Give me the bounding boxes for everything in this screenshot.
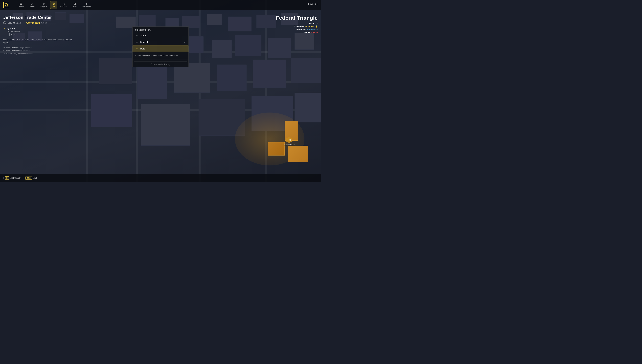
nav-label-shd: SHD [73, 6, 76, 8]
main-mission-marker[interactable]: Main Mission [284, 137, 294, 146]
difficulty-list: ≋ Story ≋ Normal ✓ ≋ Hard [132, 32, 188, 52]
mission-subtitle: SHD Mission — Completed 0.4 km [3, 21, 76, 24]
story-diff-name: Story [140, 34, 186, 37]
building [217, 64, 246, 91]
nav-item-matchmake[interactable]: ⊕ Matchmake [80, 1, 93, 9]
normal-check-icon: ✓ [184, 40, 186, 44]
faction-icon: ✦ [3, 27, 5, 30]
drop-icon-1: | [7, 33, 10, 36]
player-level: Level 14 [308, 3, 318, 5]
modifier-row-2: ⊙ Small Enemy Armor Increase [3, 50, 76, 52]
difficulty-panel: Select Difficulty ≋ Story ≋ Normal ✓ ≋ H… [132, 26, 189, 67]
bounties-icon: ◎ [63, 2, 65, 5]
faction-drops: | ◆ ⊕ [7, 33, 76, 36]
nav-item-legend[interactable]: ☰ Legend [16, 1, 26, 9]
hard-diff-name: Hard [140, 47, 186, 50]
nav-label-matchmake: Matchmake [82, 6, 91, 8]
faction-name: Hyenas [6, 27, 15, 30]
nav-label-legend: Legend [18, 6, 24, 8]
current-mode-label: Current Mode : Replay [150, 63, 170, 66]
drop-icon-3: ⊕ [14, 33, 16, 36]
building [174, 63, 210, 93]
shd-nav-icon: ⊞ [74, 2, 76, 5]
modifier-label-3: Small Enemy Veterancy Increase [6, 52, 33, 54]
mission-type-label: SHD Mission [8, 22, 21, 24]
bottom-action-bar: | ⊡ Set Difficulty | ESC Back [0, 174, 321, 182]
modifier-label-2: Small Enemy Armor Increase [6, 50, 30, 52]
mission-hex-icon [286, 137, 292, 143]
modifier-label-1: Small Enemy Damage Increase [6, 47, 32, 49]
drop-icon-2: ◆ [10, 33, 13, 36]
mission-status-label: Completed [26, 21, 40, 24]
story-diff-icon: ≋ [135, 34, 139, 37]
normal-diff-name: Normal [140, 41, 184, 44]
nav-item-conflict[interactable]: ⚔ Conflict [27, 1, 38, 9]
modifier-icon-1: ✦ [3, 46, 5, 49]
matchmake-icon: ⊕ [86, 2, 88, 5]
nav-items: ☰ Legend ⚔ Conflict ◈ Projects ◉ All ◎ B… [16, 1, 94, 9]
building [235, 35, 262, 56]
projects-icon: ◈ [43, 2, 45, 5]
faction-row: ✦ Hyenas [3, 27, 76, 30]
area-status: Status: Hostile [262, 31, 318, 34]
nav-label-all: All [53, 6, 55, 8]
difficulty-description: A harder difficulty against more veteran… [132, 52, 188, 60]
set-difficulty-label: Set Difficulty [10, 177, 21, 179]
faction-desc: Drops materials [7, 30, 76, 32]
difficulty-option-normal[interactable]: ≋ Normal ✓ [132, 39, 188, 46]
nav-item-all[interactable]: ◉ All [50, 1, 58, 9]
difficulty-option-story[interactable]: ≋ Story [132, 32, 188, 39]
svg-marker-2 [4, 22, 6, 24]
area-name: Federal Triangle [262, 15, 318, 21]
level-label: Level: [309, 22, 315, 25]
status-value: Hostile [311, 31, 318, 34]
nav-label-projects: Projects [40, 6, 47, 8]
building [141, 104, 190, 146]
nav-item-shd[interactable]: ⊞ SHD [70, 1, 79, 9]
set-difficulty-action[interactable]: | ⊡ Set Difficulty [3, 176, 21, 180]
building [228, 16, 252, 32]
status-label: Status: [304, 31, 310, 34]
building [212, 40, 232, 58]
mission-info-panel: Jefferson Trade Center SHD Mission — Com… [0, 12, 80, 58]
orange-building-1 [288, 146, 308, 162]
all-icon: ◉ [52, 2, 55, 6]
bracket-left-2: | [24, 177, 24, 179]
set-difficulty-key: ⊡ [5, 176, 9, 180]
safehouse-value: Unlocked [306, 25, 314, 28]
level-value: 12 [316, 22, 318, 25]
safehouse-lock-icon: 🔒 [315, 25, 318, 28]
nav-item-bounties[interactable]: ◎ Bounties [58, 1, 70, 9]
building [268, 38, 291, 58]
building [207, 14, 222, 25]
conflict-icon: ⚔ [31, 2, 33, 5]
difficulty-title: Select Difficulty [132, 27, 188, 32]
building [294, 93, 321, 122]
difficulty-option-hard[interactable]: ≋ Hard [132, 46, 188, 52]
road-vertical [86, 0, 88, 182]
nav-label-conflict: Conflict [29, 6, 35, 8]
mission-description: Reactivate the ISAC node beneath the cen… [3, 38, 76, 44]
bracket-left-1: | [3, 177, 4, 179]
current-mode-display: Current Mode : Replay [132, 60, 188, 67]
safehouse-label: Safehouse: [294, 25, 305, 28]
back-action[interactable]: | ESC Back [24, 176, 37, 180]
modifier-row-3: ▲ Small Enemy Veterancy Increase [3, 52, 76, 55]
top-navigation: Ω ☰ Legend ⚔ Conflict ◈ Projects ◉ All ◎… [0, 0, 321, 10]
area-level: Level: 12 [262, 22, 318, 25]
building [99, 58, 132, 84]
normal-diff-icon: ≋ [135, 41, 139, 44]
liberation-value: In Progress [307, 28, 318, 30]
orange-building-2 [268, 142, 284, 156]
modifier-icon-3: ▲ [3, 52, 5, 55]
building [253, 60, 286, 88]
area-safehouse: Safehouse: Unlocked 🔒 [262, 25, 318, 28]
area-info-panel: Federal Triangle Level: 12 Safehouse: Un… [258, 12, 321, 37]
building [91, 94, 132, 128]
nav-item-projects[interactable]: ◈ Projects [38, 1, 50, 9]
building [291, 58, 321, 83]
area-stats: Level: 12 Safehouse: Unlocked 🔒 Liberati… [262, 22, 318, 34]
building [137, 66, 167, 99]
area-liberation: Liberation: In Progress [262, 28, 318, 30]
nav-label-bounties: Bounties [60, 6, 68, 8]
